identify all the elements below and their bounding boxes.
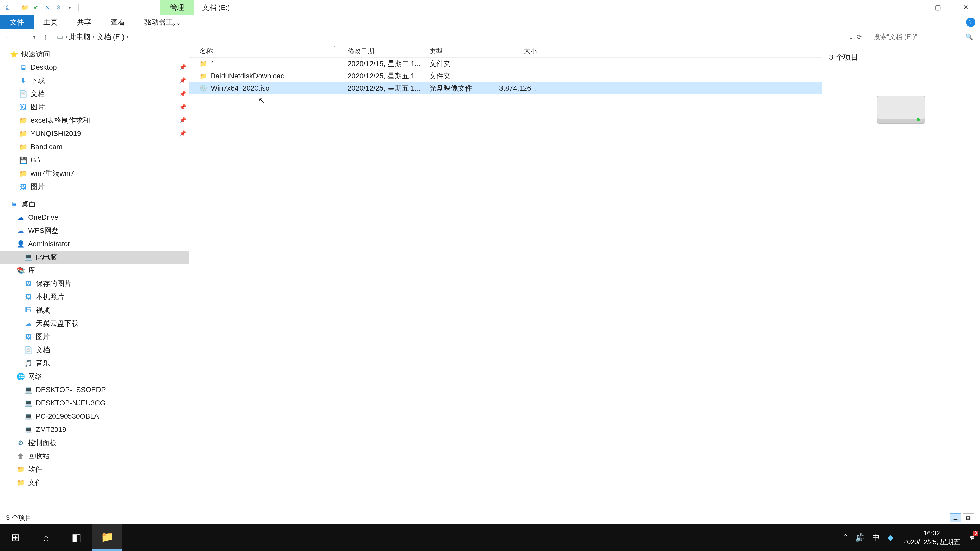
qat-settings-icon[interactable]: ⚙: [54, 3, 63, 12]
tab-drive-tools[interactable]: 驱动器工具: [135, 15, 190, 29]
tab-file[interactable]: 文件: [0, 15, 34, 29]
chevron-right-icon[interactable]: ›: [93, 34, 94, 40]
history-dropdown-icon[interactable]: ▾: [32, 34, 37, 40]
view-icons-button[interactable]: ▦: [963, 513, 974, 522]
search-input[interactable]: [873, 33, 966, 41]
nav-item[interactable]: 📚库: [0, 264, 189, 277]
nav-item[interactable]: 🗑回收站: [0, 449, 189, 463]
file-row[interactable]: 📁12020/12/15, 星期二 1...文件夹: [189, 58, 822, 70]
nav-item-label: win7重装win7: [30, 168, 74, 178]
title-bar: ⎙ 📁 ✔ ✕ ⚙ ▾ 管理 文档 (E:) — ▢ ✕: [0, 0, 980, 15]
nav-item[interactable]: 🖼保存的图片: [0, 277, 189, 290]
nav-item[interactable]: 📄文档📌: [0, 87, 189, 100]
up-button[interactable]: ↑: [39, 31, 52, 43]
chevron-right-icon[interactable]: ›: [127, 34, 128, 40]
nav-item-label: G:\: [30, 156, 40, 164]
ribbon-collapse-icon[interactable]: ˅: [958, 18, 961, 26]
qat-folder-icon[interactable]: 📁: [20, 3, 29, 12]
nav-item[interactable]: 💻PC-20190530OBLA: [0, 410, 189, 423]
nav-item[interactable]: ⭐快速访问: [0, 48, 189, 61]
nav-item[interactable]: 📁Bandicam: [0, 140, 189, 154]
nav-item-icon: ☁: [24, 320, 33, 327]
help-icon[interactable]: ?: [966, 17, 975, 27]
nav-item[interactable]: 💻DESKTOP-NJEU3CG: [0, 396, 189, 410]
nav-item[interactable]: ☁WPS网盘: [0, 224, 189, 237]
nav-item[interactable]: 🎵音乐: [0, 357, 189, 370]
close-button[interactable]: ✕: [952, 0, 980, 15]
volume-icon[interactable]: 🔊: [855, 533, 865, 542]
nav-item[interactable]: ☁天翼云盘下载: [0, 317, 189, 330]
nav-item[interactable]: ☁OneDrive: [0, 211, 189, 224]
nav-item-icon: 📄: [24, 346, 33, 354]
forward-button[interactable]: →: [18, 31, 30, 43]
tray-chevron-up-icon[interactable]: ˄: [844, 533, 848, 542]
ribbon-tabs: 文件 主页 共享 查看 驱动器工具 ˅ ?: [0, 15, 980, 29]
nav-item[interactable]: 🖼图片: [0, 180, 189, 193]
nav-item[interactable]: 💻ZMT2019: [0, 423, 189, 436]
nav-item[interactable]: 💻DESKTOP-LSSOEDP: [0, 383, 189, 396]
nav-item[interactable]: ⚙控制面板: [0, 436, 189, 449]
tray-app-icon[interactable]: ◆: [888, 533, 894, 542]
nav-item[interactable]: 📁YUNQISHI2019📌: [0, 127, 189, 140]
tab-share[interactable]: 共享: [67, 15, 101, 29]
start-button[interactable]: ⊞: [0, 524, 30, 551]
view-details-button[interactable]: ☰: [950, 513, 961, 522]
column-size[interactable]: 大小: [493, 47, 545, 56]
nav-item[interactable]: 📄文档: [0, 343, 189, 357]
file-row[interactable]: 📁BaiduNetdiskDownload2020/12/25, 星期五 1..…: [189, 70, 822, 82]
nav-item[interactable]: 📁文件: [0, 476, 189, 489]
address-dropdown-icon[interactable]: ⌄: [849, 33, 854, 41]
nav-item[interactable]: 💻此电脑: [0, 251, 189, 264]
maximize-button[interactable]: ▢: [924, 0, 952, 15]
qat-app-icon[interactable]: ⎙: [3, 3, 12, 12]
chevron-right-icon[interactable]: ›: [65, 34, 67, 40]
breadcrumb-current[interactable]: 文档 (E:): [97, 32, 124, 42]
search-box[interactable]: 🔍: [870, 31, 977, 43]
ime-indicator[interactable]: 中: [872, 532, 880, 543]
minimize-button[interactable]: —: [896, 0, 924, 15]
refresh-icon[interactable]: ⟳: [857, 33, 862, 41]
address-bar[interactable]: ▭ › 此电脑 › 文档 (E:) › ⌄ ⟳: [54, 31, 865, 43]
file-row[interactable]: 💿Win7x64_2020.iso2020/12/25, 星期五 1...光盘映…: [189, 82, 822, 94]
column-name[interactable]: 名称˄: [195, 47, 343, 56]
task-view-button[interactable]: ◧: [61, 524, 92, 551]
nav-item-icon: 🖼: [24, 293, 33, 301]
taskbar-explorer-icon[interactable]: 📁: [92, 524, 123, 551]
nav-item[interactable]: 📁软件: [0, 463, 189, 476]
nav-item-label: ZMT2019: [36, 426, 66, 433]
qat-close-icon[interactable]: ✕: [43, 3, 52, 12]
nav-item[interactable]: 🖼图片📌: [0, 100, 189, 114]
nav-item[interactable]: 🎞视频: [0, 303, 189, 317]
nav-item[interactable]: 🖥桌面: [0, 197, 189, 211]
qat-dropdown-icon[interactable]: ▾: [65, 3, 74, 12]
action-center-icon[interactable]: 💬3: [965, 535, 980, 540]
tab-home[interactable]: 主页: [34, 15, 67, 29]
nav-item[interactable]: 💾G:\: [0, 154, 189, 167]
qat-check-icon[interactable]: ✔: [32, 3, 41, 12]
file-name: 1: [211, 60, 215, 68]
navigation-pane[interactable]: ⭐快速访问🖥Desktop📌⬇下载📌📄文档📌🖼图片📌📁excel表格制作求和📌📁…: [0, 45, 189, 511]
nav-item[interactable]: 👤Administrator: [0, 237, 189, 251]
tab-view[interactable]: 查看: [101, 15, 135, 29]
taskbar-clock[interactable]: 16:32 2020/12/25, 星期五: [899, 529, 965, 546]
nav-item-icon: ☁: [16, 213, 25, 221]
nav-item-icon: 💾: [18, 156, 28, 164]
nav-item[interactable]: 📁excel表格制作求和📌: [0, 114, 189, 127]
nav-item-icon: 🗑: [16, 452, 25, 460]
taskbar-search-icon[interactable]: ⌕: [30, 524, 61, 551]
nav-item[interactable]: 🖼本机照片: [0, 290, 189, 303]
nav-item[interactable]: 📁win7重装win7: [0, 167, 189, 180]
nav-item[interactable]: 🖥Desktop📌: [0, 61, 189, 74]
nav-item[interactable]: 🌐网络: [0, 370, 189, 383]
nav-item[interactable]: 🖼图片: [0, 330, 189, 343]
breadcrumb-this-pc[interactable]: 此电脑: [69, 32, 91, 42]
nav-item[interactable]: ⬇下载📌: [0, 74, 189, 87]
back-button[interactable]: ←: [3, 31, 15, 43]
nav-item-icon: 📁: [18, 117, 28, 124]
search-icon[interactable]: 🔍: [966, 33, 973, 41]
clock-date: 2020/12/25, 星期五: [903, 537, 960, 546]
column-date[interactable]: 修改日期: [343, 47, 425, 56]
nav-item-label: DESKTOP-LSSOEDP: [36, 386, 106, 394]
ribbon-context-tab[interactable]: 管理: [160, 0, 194, 15]
column-type[interactable]: 类型: [425, 47, 493, 56]
